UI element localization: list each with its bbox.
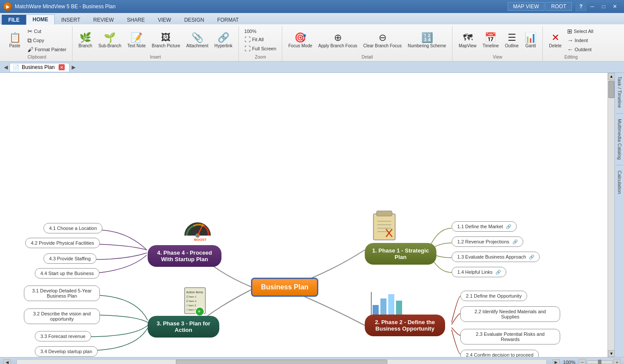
outline-button[interactable]: ☰ Outline: [502, 31, 522, 50]
phase2-child-4[interactable]: 2.4 Confirm decision to proceed: [460, 350, 539, 357]
svg-rect-11: [396, 301, 402, 316]
copy-icon: ⧉: [27, 37, 32, 43]
sidebar-divider-2: [616, 165, 623, 165]
scroll-thumb[interactable]: [608, 81, 614, 98]
gantt-button[interactable]: 📊 Gantt: [522, 31, 539, 50]
document-tab[interactable]: 📄 Business Plan ✕: [10, 63, 69, 72]
phase3-child-1[interactable]: 3.1 Develop Detailed 5-Year Business Pla…: [24, 285, 100, 301]
text-note-button[interactable]: 📝 Text Note: [125, 31, 148, 50]
phase4-child-2[interactable]: 4.2 Provide Physical Facilities: [25, 238, 100, 248]
root-tab[interactable]: ROOT: [545, 2, 572, 11]
hscrollbar[interactable]: [17, 359, 547, 364]
close-button[interactable]: ✕: [609, 2, 621, 11]
fit-all-button[interactable]: ⛶ Fit All: [242, 35, 278, 44]
app-icon: ▶: [3, 2, 12, 11]
paste-icon: 📋: [9, 33, 21, 43]
phase1-child-3[interactable]: 1.3 Evaluate Business Approach 🔗: [452, 252, 540, 262]
phase3-child-3[interactable]: 3.3 Forecast revenue: [35, 331, 91, 341]
zoom-out-button[interactable]: −: [579, 359, 586, 364]
phase2-node[interactable]: 2. Phase 2 - Define the Business Opportu…: [365, 315, 445, 336]
phase3-child-2[interactable]: 3.2 Describe the vision and opportunity: [24, 308, 100, 324]
cut-button[interactable]: ✂ Cut: [25, 27, 69, 36]
branch-button[interactable]: 🌿 Branch: [76, 31, 95, 50]
phase4-node[interactable]: 4. Phase 4 - Proceed With Startup Plan: [148, 245, 221, 267]
sub-branch-button[interactable]: 🌱 Sub-Branch: [96, 31, 124, 50]
zoom-items: 100% ⛶ Fit All ⛶ Full Screen: [242, 27, 278, 54]
multimedia-catalog-label[interactable]: Multimedia Catalog: [616, 115, 623, 163]
phase2-child-2[interactable]: 2.2 Identify Needed Materials and Suppli…: [460, 306, 560, 322]
numbering-scheme-icon: 🔢: [421, 33, 433, 43]
zoom-slider[interactable]: [587, 361, 613, 364]
tab-view[interactable]: VIEW: [151, 15, 178, 25]
phase2-child-1[interactable]: 2.1 Define the Opportunity: [460, 291, 527, 301]
canvas[interactable]: Business Plan 1. Phase 1 - Strategic Pla…: [0, 73, 614, 357]
select-all-button[interactable]: ⊞ Select All: [565, 27, 595, 36]
tab-file[interactable]: FILE: [2, 15, 26, 25]
phase1-child-2[interactable]: 1.2 Revenue Projections 🔗: [452, 236, 523, 247]
phase1-node[interactable]: 1. Phase 1 - Strategic Plan: [365, 243, 436, 265]
phase4-child-3[interactable]: 4.3 Provide Staffing: [43, 253, 96, 264]
hscroll-right[interactable]: ▶: [553, 359, 560, 364]
tab-share[interactable]: SHARE: [120, 15, 151, 25]
tab-nav-right[interactable]: ▶: [69, 63, 77, 71]
select-all-icon: ⊞: [567, 28, 572, 34]
apply-branch-focus-button[interactable]: ⊕ Apply Branch Focus: [316, 31, 360, 50]
insert-items: 🌿 Branch 🌱 Sub-Branch 📝 Text Note 🖼 Bran…: [76, 27, 235, 54]
hyperlink-button[interactable]: 🔗 Hyperlink: [212, 31, 235, 50]
phase1-child-1[interactable]: 1.1 Define the Market 🔗: [452, 221, 517, 232]
central-node[interactable]: Business Plan: [251, 278, 318, 297]
phase1-child-4[interactable]: 1.4 Helpful Links 🔗: [452, 267, 506, 277]
focus-mode-icon: 🎯: [294, 33, 306, 43]
branch-picture-button[interactable]: 🖼 Branch Picture: [149, 31, 183, 50]
tab-design[interactable]: DESIGN: [178, 15, 211, 25]
hscroll-thumb[interactable]: [176, 360, 388, 364]
delete-button[interactable]: ✕ Delete: [546, 31, 564, 50]
clear-branch-focus-button[interactable]: ⊖ Clear Branch Focus: [361, 31, 404, 50]
format-painter-button[interactable]: 🖌 Format Painter: [25, 45, 69, 54]
scroll-up-button[interactable]: ▲: [608, 73, 614, 80]
minimize-button[interactable]: ─: [587, 2, 598, 11]
calculation-label[interactable]: Calculation: [616, 167, 623, 197]
tab-insert[interactable]: INSERT: [55, 15, 87, 25]
phase4-child-4[interactable]: 4.4 Start up the Business: [35, 268, 99, 279]
full-screen-button[interactable]: ⛶ Full Screen: [242, 44, 278, 53]
tab-nav-left[interactable]: ◀: [2, 63, 10, 71]
vscrollbar[interactable]: ▲ ▼: [607, 73, 614, 357]
phase4-child-1[interactable]: 4.1 Choose a Location: [43, 223, 102, 233]
sub-branch-icon: 🌱: [104, 33, 116, 43]
paste-button[interactable]: 📋 Paste: [5, 31, 24, 50]
view-label: View: [493, 54, 502, 60]
tab-format[interactable]: FORMAT: [211, 15, 245, 25]
zoom-in-button[interactable]: +: [614, 359, 621, 364]
map-view-tab[interactable]: MAP VIEW: [508, 2, 545, 11]
phase4-image: BOOST: [180, 210, 215, 242]
hscroll-left[interactable]: ◀: [3, 359, 10, 364]
phase3-node[interactable]: 3. Phase 3 - Plan for Action: [148, 316, 219, 338]
editing-label: Editing: [565, 54, 578, 60]
scroll-down-button[interactable]: ▼: [608, 350, 614, 357]
timeline-button[interactable]: 📅 Timeline: [480, 31, 501, 50]
focus-mode-button[interactable]: 🎯 Focus Mode: [286, 31, 315, 50]
mapview-button[interactable]: 🗺 MapView: [456, 31, 479, 50]
task-timeline-label[interactable]: Task / Timeline: [616, 73, 623, 111]
ribbon-tab-bar: FILE HOME INSERT REVIEW SHARE VIEW DESIG…: [0, 13, 624, 24]
statusbar: ◀ ▶ 100% − +: [0, 357, 624, 364]
restore-button[interactable]: □: [598, 2, 609, 11]
detail-group: 🎯 Focus Mode ⊕ Apply Branch Focus ⊖ Clea…: [282, 26, 452, 61]
detail-label: Detail: [362, 54, 373, 60]
tab-review[interactable]: REVIEW: [87, 15, 120, 25]
svg-text:□ Item 3: □ Item 3: [186, 304, 196, 307]
branch-picture-icon: 🖼: [161, 33, 171, 43]
indent-button[interactable]: → Indent: [565, 36, 595, 45]
hscroll-area: ◀ ▶: [3, 359, 560, 364]
outdent-button[interactable]: ← Outdent: [565, 45, 595, 54]
help-button[interactable]: ?: [575, 2, 587, 11]
phase2-child-3[interactable]: 2.3 Evaluate Potential Risks and Rewards: [460, 329, 560, 344]
zoom-slider-thumb[interactable]: [598, 360, 601, 364]
copy-button[interactable]: ⧉ Copy: [25, 36, 69, 45]
tab-close-button[interactable]: ✕: [59, 64, 65, 70]
numbering-scheme-button[interactable]: 🔢 Numbering Scheme: [405, 31, 449, 50]
phase3-child-4[interactable]: 3.4 Develop startup plan: [35, 346, 98, 357]
tab-home[interactable]: HOME: [26, 14, 55, 25]
attachment-button[interactable]: 📎 Attachment: [184, 31, 211, 50]
